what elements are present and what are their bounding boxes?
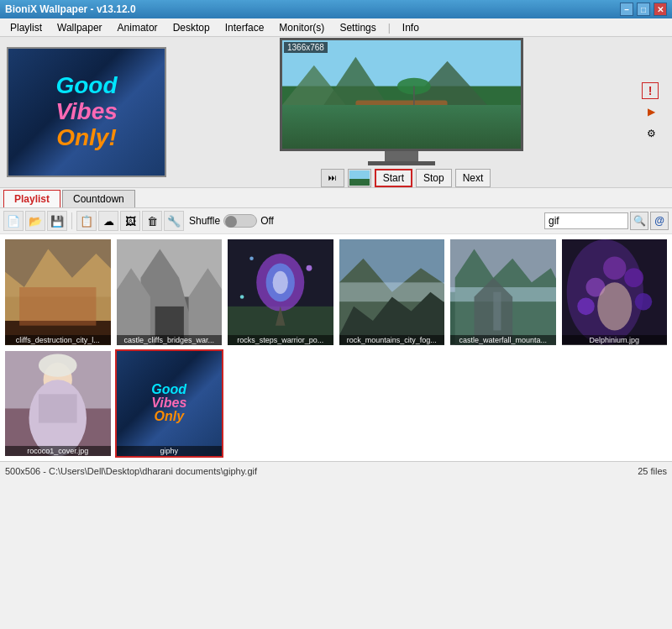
list-item[interactable]: castle_cliffs_bridges_war... [115,238,224,347]
save-button[interactable]: 💾 [47,211,67,231]
menu-info[interactable]: Info [396,20,426,35]
search-input[interactable] [544,212,628,229]
thumbnail-giphy: Good Vibes Only giphy [117,351,223,457]
monitor-frame: 1366x768 [280,38,523,151]
monitor-scene [282,40,521,149]
stop-button[interactable]: Stop [416,169,452,187]
grid-label: castle_cliffs_bridges_war... [117,335,223,345]
wallpaper-preview-text: Good Vibes Only! [47,65,126,159]
separator-1 [71,212,72,229]
svg-rect-16 [19,287,96,326]
open-button[interactable]: 📂 [25,211,45,231]
monitor-stand [385,151,418,161]
grid-label: rococo1_cover.jpg [5,446,111,456]
image-grid: cliffs_destruction_city_l... castle_clif… [3,238,669,458]
list-item[interactable]: castle_waterfall_mounta... [449,238,558,347]
status-bar: 500x506 - C:\Users\Dell\Desktop\dharani … [0,461,672,480]
settings-icon-button[interactable]: ⚙ [642,124,660,143]
list-item[interactable]: rocks_steps_warrior_po... [226,238,335,347]
svg-point-55 [39,354,77,376]
thumbnail-rocks: rocks_steps_warrior_po... [228,239,333,345]
play-icon-button[interactable]: ▶ [642,102,660,121]
close-button[interactable]: ✕ [654,3,667,16]
skip-button[interactable]: ⏭ [321,169,344,187]
maximize-button[interactable]: □ [637,3,650,16]
grid-label: giphy [117,446,223,456]
menu-interface[interactable]: Interface [218,20,271,35]
grid-label: cliffs_destruction_city_l... [5,335,111,345]
giphy-preview-text: Good Vibes Only [147,379,191,427]
toolbar: 📄 📂 💾 📋 ☁ 🖼 🗑 🔧 Shuffle Off 🔍 @ [0,208,672,234]
menu-monitors[interactable]: Monitor(s) [272,20,331,35]
start-button[interactable]: Start [375,169,412,187]
svg-rect-6 [282,115,521,140]
right-icons: ! ▶ ⚙ [637,82,665,143]
grid-container[interactable]: cliffs_destruction_city_l... castle_clif… [0,234,672,461]
thumbnail-rococo: rococo1_cover.jpg [5,351,111,457]
svg-point-28 [249,257,254,261]
title-bar: BioniX Wallpaper - v13.12.0 – □ ✕ [0,0,672,18]
menu-animator[interactable]: Animator [111,20,165,35]
tools-button[interactable]: 🔧 [164,211,184,231]
tab-playlist[interactable]: Playlist [3,190,60,207]
preview-area: Good Vibes Only! 1366x768 [0,37,672,188]
warning-icon-button[interactable]: ! [642,82,659,99]
current-wallpaper: Good Vibes Only! [7,47,166,177]
window-controls: – □ ✕ [620,3,667,16]
list-item[interactable]: Delphinium.jpg [560,238,669,347]
thumbnail-mountain2: castle_waterfall_mounta... [450,239,556,345]
good-text: Good [55,73,118,99]
svg-point-29 [307,265,312,271]
grid-label: castle_waterfall_mounta... [450,335,556,345]
menu-settings[interactable]: Settings [333,20,382,35]
status-path: 500x506 - C:\Users\Dell\Desktop\dharani … [5,466,257,476]
svg-point-49 [634,293,652,311]
image-button[interactable]: 🖼 [120,211,140,231]
file-count: 25 files [638,466,667,476]
only-text: Only! [55,125,118,151]
web-button[interactable]: @ [650,212,669,230]
thumbnail-mountain1: rock_mountains_city_fog... [339,239,445,345]
list-item[interactable]: cliffs_destruction_city_l... [3,238,113,347]
menu-wallpaper[interactable]: Wallpaper [50,20,109,35]
shuffle-off-label: Off [260,215,274,227]
monitor-base [368,161,435,165]
delete-button[interactable]: 🗑 [142,211,162,231]
menu-desktop[interactable]: Desktop [166,20,217,35]
thumbnail-btn[interactable] [348,169,371,187]
svg-point-27 [273,271,288,294]
svg-rect-2 [282,107,521,149]
svg-point-48 [577,298,595,316]
shuffle-toggle[interactable] [223,214,257,228]
svg-point-45 [603,257,626,280]
thumbnail-delphinium: Delphinium.jpg [562,239,668,345]
monitor-resolution: 1366x768 [284,42,328,53]
list-item[interactable]: rococo1_cover.jpg [3,349,113,459]
svg-point-30 [240,295,244,299]
minimize-button[interactable]: – [620,3,633,16]
shuffle-label: Shuffle [189,215,220,227]
shuffle-knob [225,216,237,228]
svg-rect-11 [349,179,370,186]
grid-label: Delphinium.jpg [562,335,668,345]
grid-label: rocks_steps_warrior_po... [228,335,333,345]
new-button[interactable]: 📄 [3,211,24,231]
thumbnail-castle: castle_cliffs_bridges_war... [117,239,223,345]
menu-playlist[interactable]: Playlist [3,20,49,35]
cloud-button[interactable]: ☁ [98,211,118,231]
svg-rect-56 [39,394,77,422]
thumbnail-cliffs: cliffs_destruction_city_l... [5,239,111,345]
shuffle-area: Shuffle Off [189,214,274,228]
tab-countdown[interactable]: Countdown [62,190,135,207]
list-item[interactable]: Good Vibes Only giphy [115,349,224,459]
next-button[interactable]: Next [455,169,491,187]
monitor-image: 1366x768 [282,40,521,149]
menu-bar: Playlist Wallpaper Animator Desktop Inte… [0,18,672,37]
menu-separator: | [385,22,394,34]
search-button[interactable]: 🔍 [630,212,648,230]
copy-button[interactable]: 📋 [76,211,97,231]
list-item[interactable]: rock_mountains_city_fog... [338,238,447,347]
app-title: BioniX Wallpaper - v13.12.0 [5,3,136,15]
search-area: 🔍 @ [544,212,669,230]
grid-label: rock_mountains_city_fog... [339,335,445,345]
